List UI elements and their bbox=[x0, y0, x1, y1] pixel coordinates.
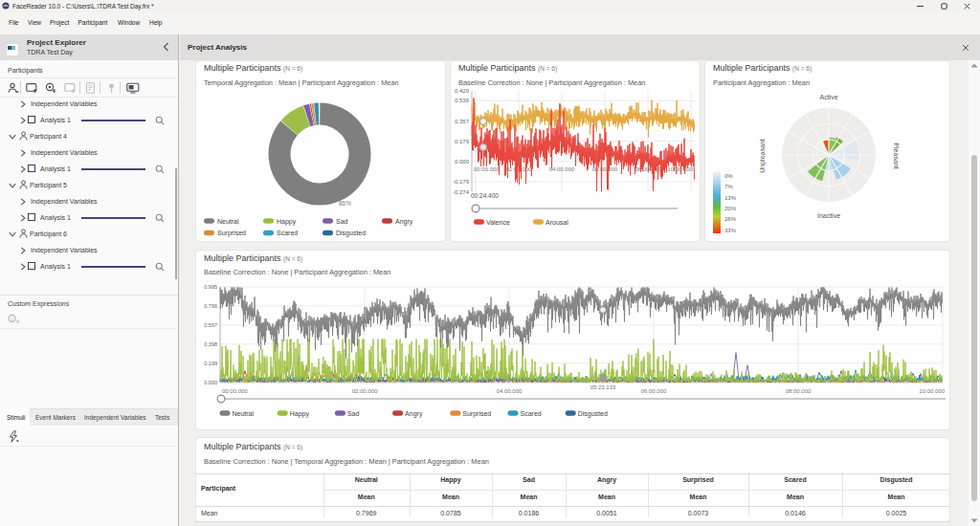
svg-text:Disgusted: Disgusted bbox=[336, 230, 366, 237]
svg-text:02:00.000: 02:00.000 bbox=[352, 388, 378, 394]
svg-text:Surprised: Surprised bbox=[217, 230, 246, 237]
svg-text:Unpleasant: Unpleasant bbox=[759, 139, 767, 172]
svg-text:0.000: 0.000 bbox=[455, 159, 470, 164]
svg-text:-0.179: -0.179 bbox=[453, 179, 470, 185]
svg-text:7%: 7% bbox=[724, 184, 733, 189]
svg-text:Arousal: Arousal bbox=[546, 219, 568, 226]
svg-text:Angry: Angry bbox=[405, 410, 423, 418]
svg-text:05:23.133: 05:23.133 bbox=[590, 384, 616, 390]
svg-text:86%: 86% bbox=[339, 200, 351, 207]
svg-text:0.000: 0.000 bbox=[204, 380, 217, 385]
svg-text:26%: 26% bbox=[724, 216, 737, 222]
svg-text:0.420: 0.420 bbox=[455, 88, 470, 94]
svg-text:Scared: Scared bbox=[521, 410, 542, 417]
svg-text:13%: 13% bbox=[724, 195, 737, 201]
svg-text:06:00.000: 06:00.000 bbox=[641, 388, 667, 394]
svg-text:Sad: Sad bbox=[336, 218, 348, 225]
svg-text:00:00.000: 00:00.000 bbox=[222, 388, 248, 394]
svg-text:Happy: Happy bbox=[277, 218, 297, 226]
svg-text:Angry: Angry bbox=[395, 218, 413, 226]
svg-text:00:24.400: 00:24.400 bbox=[471, 192, 499, 199]
svg-text:Neutral: Neutral bbox=[217, 218, 239, 225]
svg-text:Disgusted: Disgusted bbox=[578, 410, 608, 418]
svg-text:0.357: 0.357 bbox=[455, 119, 470, 124]
svg-text:0.398: 0.398 bbox=[204, 341, 217, 347]
svg-text:04:00.000: 04:00.000 bbox=[549, 166, 575, 172]
svg-text:0.199: 0.199 bbox=[204, 361, 217, 366]
svg-text:Active: Active bbox=[819, 94, 837, 100]
svg-text:Inactive: Inactive bbox=[817, 212, 840, 219]
svg-text:33%: 33% bbox=[724, 228, 737, 233]
svg-text:04:00.000: 04:00.000 bbox=[497, 388, 523, 394]
svg-text:0.597: 0.597 bbox=[204, 322, 217, 328]
svg-text:Neutral: Neutral bbox=[233, 410, 255, 417]
svg-text:08:00.000: 08:00.000 bbox=[786, 388, 812, 394]
svg-text:Sad: Sad bbox=[347, 410, 360, 417]
svg-text:Valence: Valence bbox=[486, 219, 510, 226]
svg-text:00:00.000: 00:00.000 bbox=[474, 166, 500, 172]
svg-text:0.796: 0.796 bbox=[204, 303, 217, 309]
svg-text:20%: 20% bbox=[724, 206, 737, 211]
svg-text:10:00.000: 10:00.000 bbox=[919, 388, 945, 394]
svg-text:Scared: Scared bbox=[277, 230, 298, 236]
svg-text:-0.274: -0.274 bbox=[453, 189, 470, 195]
svg-text:0.536: 0.536 bbox=[455, 98, 470, 103]
svg-text:0.179: 0.179 bbox=[455, 139, 470, 144]
svg-text:0.995: 0.995 bbox=[204, 284, 217, 290]
svg-text:Happy: Happy bbox=[290, 410, 310, 418]
svg-text:Surprised: Surprised bbox=[462, 410, 491, 418]
svg-text:0%: 0% bbox=[724, 173, 733, 179]
svg-text:Pleasant: Pleasant bbox=[893, 142, 900, 168]
